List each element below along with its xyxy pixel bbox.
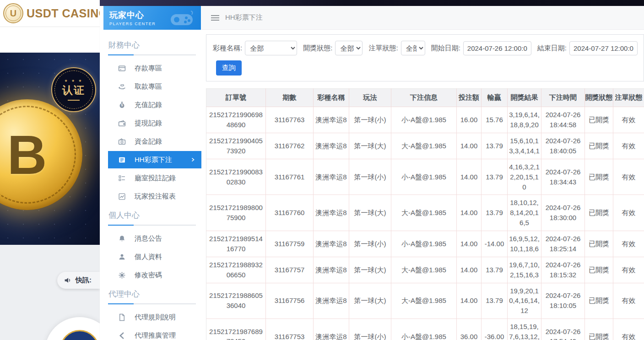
sidebar-item-withdraw-records[interactable]: 提現記錄 <box>108 114 201 132</box>
hamburger-menu-icon[interactable] <box>211 15 219 21</box>
table-row: 215217219904057392031167762澳洲幸运8第一球(大)大-… <box>206 133 644 159</box>
sidebar-item-player-bet-report[interactable]: 玩家投注報表 <box>108 187 201 205</box>
table-cell: 大-A盤@1.985 <box>391 257 457 283</box>
column-header: 開獎結果 <box>508 89 541 107</box>
table-cell: 2024-07-26 18:34:43 <box>541 159 585 195</box>
sidebar: 玩家中心 PLAYERS CENTER 財務中心 存款專區 <box>100 6 201 340</box>
badge-text: 认证 <box>62 83 85 97</box>
table-cell: 2152172199040573920 <box>206 133 266 159</box>
table-cell: 已開獎 <box>585 107 613 133</box>
column-header: 玩法 <box>349 89 391 107</box>
badge-underline <box>68 100 80 101</box>
gamepad-icon <box>169 11 195 28</box>
sidebar-item-funds-records[interactable]: 資金記錄 <box>108 132 201 151</box>
table-body: 215217219906984869031167763澳洲幸运8第一球(小)小-… <box>206 107 644 340</box>
table-cell: 15.76 <box>482 107 508 133</box>
main-area: HH彩票下注 彩種名稱: 全部 開獎狀態: 全部 注單狀態: 全部 <box>201 6 644 340</box>
table-cell: 18,15,19,7,6,13,12,17 <box>508 318 541 340</box>
floating-widget[interactable] <box>45 317 100 340</box>
table-cell: 已開獎 <box>585 318 613 340</box>
sidebar-item-withdraw[interactable]: 取款專區 <box>108 77 201 96</box>
table-cell: 有效 <box>613 231 644 257</box>
draw-status-select[interactable]: 全部 <box>335 41 363 55</box>
table-cell: 第一球(大) <box>349 283 391 318</box>
table-cell: 13.79 <box>482 159 508 195</box>
table-cell: -14.00 <box>482 231 508 257</box>
column-header: 訂單號 <box>206 89 266 107</box>
table-cell: 2024-07-26 18:44:58 <box>541 107 585 133</box>
section-rule <box>108 225 196 226</box>
column-header: 開獎狀態 <box>585 89 613 107</box>
sidebar-item-label: 修改密碼 <box>135 271 162 280</box>
table-cell: 19,6,7,10,2,15,16,3 <box>508 257 541 283</box>
sidebar-item-profile[interactable]: 個人資料 <box>108 248 201 266</box>
sidebar-item-label: 個人資料 <box>135 253 162 261</box>
bell-icon <box>118 234 126 243</box>
table-cell: 第一球(小) <box>349 231 391 257</box>
bets-table: 訂單號期數彩種名稱玩法下注信息投注額輸贏開獎結果下注時間開獎狀態注單狀態 215… <box>206 88 644 340</box>
table-cell: 有效 <box>613 159 644 195</box>
table-cell: 澳洲幸运8 <box>314 133 349 159</box>
table-row: 215217219886053604031167756澳洲幸运8第一球(大)大-… <box>206 283 644 318</box>
table-cell: 31167757 <box>266 257 314 283</box>
sidebar-item-label: 取款專區 <box>135 82 162 91</box>
table-cell: 13.79 <box>482 257 508 283</box>
table-cell: 2152172199069848690 <box>206 107 266 133</box>
sidebar-item-label: 廳室投註記錄 <box>135 174 176 183</box>
sidebar-item-hh-lottery-bets[interactable]: HH彩票下注 <box>108 151 201 168</box>
lottery-name-label: 彩種名稱: <box>213 44 242 53</box>
table-cell: 14.00 <box>457 133 482 159</box>
share-angle-icon <box>118 331 126 340</box>
table-cell: 已開獎 <box>585 133 613 159</box>
start-date-input[interactable] <box>463 41 531 55</box>
sidebar-item-change-password[interactable]: 修改密碼 <box>108 266 201 284</box>
table-cell: 14.00 <box>457 231 482 257</box>
report-chart-icon <box>118 192 126 200</box>
sidebar-item-label: HH彩票下注 <box>135 156 172 164</box>
table-cell: 14.00 <box>457 159 482 195</box>
table-cell: 2024-07-26 17:54:49 <box>541 318 585 340</box>
table-row: 215217219895141677031167759澳洲幸运8第一球(小)小-… <box>206 231 644 257</box>
svg-text:$: $ <box>121 103 123 107</box>
table-cell: 14.00 <box>457 257 482 283</box>
table-row: 215217219906984869031167763澳洲幸运8第一球(小)小-… <box>206 107 644 133</box>
table-row: 215217219876897845031167753澳洲幸运8第一球(小)小-… <box>206 318 644 340</box>
table-cell: 31167760 <box>266 195 314 231</box>
table-cell: 有效 <box>613 107 644 133</box>
sidebar-item-label: 存款專區 <box>135 64 162 73</box>
sidebar-item-agent-promotion[interactable]: 代理推廣管理 <box>108 326 201 340</box>
table-cell: 14.00 <box>457 195 482 231</box>
funds-icon <box>118 137 126 146</box>
end-date-input[interactable] <box>569 41 638 55</box>
content: 彩種名稱: 全部 開獎狀態: 全部 注單狀態: 全部 開始日期: 結束日期: <box>201 30 644 340</box>
table-cell: 4,16,3,2,12,20,15,10 <box>508 159 541 195</box>
order-status-select[interactable]: 全部 <box>401 41 425 55</box>
table-cell: 第一球(大) <box>349 133 391 159</box>
bets-table-wrap: 訂單號期數彩種名稱玩法下注信息投注額輸贏開獎結果下注時間開獎狀態注單狀態 215… <box>206 88 644 340</box>
table-cell: 大-A盤@1.985 <box>391 133 457 159</box>
table-cell: 有效 <box>613 133 644 159</box>
usdt-coin-logo-icon: U <box>3 3 23 23</box>
table-cell: 31167762 <box>266 133 314 159</box>
sidebar-item-room-bet-records[interactable]: 廳室投註記錄 <box>108 169 201 187</box>
top-dark-strip <box>100 0 644 6</box>
sidebar-item-agent-rules[interactable]: 代理規則說明 <box>108 308 201 326</box>
lottery-name-select[interactable]: 全部 <box>245 41 297 55</box>
column-header: 下注時間 <box>541 89 585 107</box>
table-cell: 已開獎 <box>585 283 613 318</box>
table-cell: 2152172198893206650 <box>206 257 266 283</box>
table-cell: 澳洲幸运8 <box>314 195 349 231</box>
table-cell: 2024-07-26 18:40:05 <box>541 133 585 159</box>
sidebar-item-deposit[interactable]: 存款專區 <box>108 59 201 77</box>
sidebar-item-recharge-records[interactable]: $ 充值記錄 <box>108 96 201 114</box>
floating-widget-icon <box>60 330 99 340</box>
badge-stars: ★ ★ ★ <box>65 79 83 83</box>
search-button[interactable]: 查詢 <box>216 60 242 76</box>
sidebar-nav: 財務中心 存款專區 取款專區 $ 充值記錄 <box>100 30 201 340</box>
sidebar-header: 玩家中心 PLAYERS CENTER <box>103 6 201 30</box>
table-cell: 15,6,10,13,3,4,14,1 <box>508 133 541 159</box>
sidebar-item-announcements[interactable]: 消息公告 <box>108 229 201 248</box>
table-cell: 澳洲幸运8 <box>314 107 349 133</box>
table-cell: 澳洲幸运8 <box>314 318 349 340</box>
sidebar-item-label: 充值記錄 <box>135 101 162 109</box>
